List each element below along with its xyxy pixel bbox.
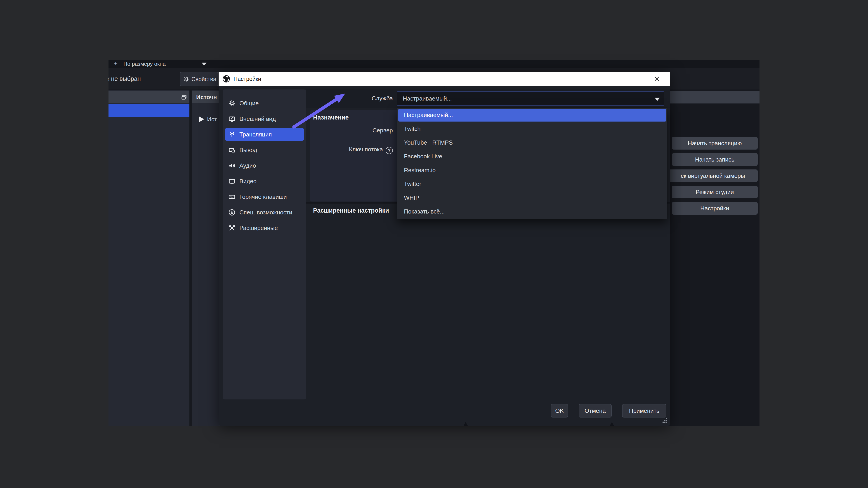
- keyboard-icon: [228, 193, 235, 200]
- nav-label: Внешний вид: [239, 116, 276, 123]
- nav-label: Вывод: [239, 147, 257, 154]
- gear-icon: [183, 76, 189, 82]
- stream-key-label-row: Ключ потока?: [334, 143, 393, 156]
- properties-button[interactable]: Свойства: [180, 72, 218, 86]
- combobox-separator: [651, 94, 651, 103]
- dropdown-item-whip[interactable]: WHIP: [397, 191, 668, 205]
- dropdown-item-twitter[interactable]: Twitter: [397, 177, 668, 191]
- zoom-mode-label[interactable]: По размеру окна: [123, 60, 166, 68]
- dropdown-item-facebook-live[interactable]: Facebook Live: [397, 150, 668, 163]
- properties-button-label: Свойства: [191, 76, 216, 83]
- monitor-icon: [228, 178, 235, 185]
- studio-mode-button[interactable]: Режим студии: [672, 186, 758, 198]
- nav-label: Видео: [239, 178, 256, 185]
- destination-header: Назначение: [313, 114, 349, 121]
- dialog-titlebar[interactable]: Настройки: [219, 72, 670, 86]
- nav-label: Трансляция: [239, 131, 272, 138]
- nav-item-appearance[interactable]: Внешний вид: [225, 112, 304, 125]
- nav-label: Спец. возможности: [239, 209, 292, 216]
- source-status-text: к не выбран: [108, 68, 141, 90]
- screenshot-canvas: + По размеру окна к не выбран Свойства: [0, 0, 868, 488]
- scenes-panel-header: [108, 91, 189, 103]
- dropdown-item-show-all[interactable]: Показать всё...: [397, 205, 668, 219]
- add-tab-button[interactable]: +: [112, 60, 120, 68]
- obs-logo-icon: [222, 75, 230, 83]
- close-icon[interactable]: [653, 75, 660, 82]
- nav-item-hotkeys[interactable]: Горячие клавиши: [225, 191, 304, 203]
- service-label: Служба: [348, 89, 393, 108]
- nav-item-stream[interactable]: Трансляция: [225, 128, 304, 141]
- preview-tab-bar: + По размеру окна: [108, 60, 760, 68]
- stream-key-label: Ключ потока: [349, 146, 383, 153]
- start-streaming-button[interactable]: Начать трансляцию: [672, 137, 758, 150]
- resize-grip-icon[interactable]: [662, 418, 668, 423]
- dropdown-item-custom[interactable]: Настраиваемый...: [398, 109, 666, 122]
- nav-item-audio[interactable]: Аудио: [225, 159, 304, 172]
- nav-item-accessibility[interactable]: Спец. возможности: [225, 206, 304, 219]
- dropdown-item-twitch[interactable]: Twitch: [397, 122, 668, 136]
- nav-label: Аудио: [239, 162, 256, 169]
- output-icon: [228, 147, 235, 153]
- chevron-down-icon: [655, 98, 660, 101]
- dropdown-item-youtube-rtmps[interactable]: YouTube - RTMPS: [397, 136, 668, 150]
- settings-nav: Общие Внешний вид: [223, 90, 306, 399]
- server-label: Сервер: [348, 124, 393, 137]
- nav-item-output[interactable]: Вывод: [225, 144, 304, 156]
- tools-icon: [228, 225, 235, 231]
- nav-item-general[interactable]: Общие: [225, 97, 304, 109]
- accessibility-icon: [228, 209, 235, 216]
- cancel-button[interactable]: Отмена: [579, 404, 612, 418]
- controls-dock: Начать трансляцию Начать запись ск вирту…: [670, 90, 760, 426]
- apply-button[interactable]: Применить: [622, 404, 666, 418]
- nav-label: Расширенные: [239, 225, 278, 232]
- scene-list-selected-row[interactable]: [108, 104, 189, 117]
- sources-panel-title: Источн: [196, 91, 217, 103]
- cursor-artifact: [464, 422, 468, 426]
- settings-button[interactable]: Настройки: [672, 202, 758, 215]
- scenes-panel: [108, 90, 189, 426]
- advanced-settings-header: Расширенные настройки: [313, 207, 389, 214]
- nav-label: Общие: [239, 100, 259, 107]
- service-combobox-value: Настраиваемый...: [403, 95, 452, 102]
- source-item-label: Ист: [207, 113, 217, 126]
- ok-button[interactable]: OK: [551, 404, 568, 418]
- nav-item-video[interactable]: Видео: [225, 175, 304, 188]
- controls-dock-header: [670, 91, 760, 103]
- speaker-icon: [228, 162, 235, 169]
- play-icon: [198, 116, 204, 123]
- chevron-down-icon[interactable]: [202, 63, 207, 66]
- dropdown-item-restream[interactable]: Restream.io: [397, 163, 668, 177]
- start-recording-button[interactable]: Начать запись: [672, 153, 758, 166]
- cursor-artifact: [610, 422, 614, 426]
- appearance-icon: [228, 116, 235, 122]
- broadcast-icon: [228, 131, 235, 138]
- service-combobox[interactable]: Настраиваемый...: [397, 91, 664, 106]
- help-icon[interactable]: ?: [385, 147, 393, 154]
- service-dropdown-popup: Настраиваемый... Twitch YouTube - RTMPS …: [397, 107, 667, 219]
- nav-item-advanced[interactable]: Расширенные: [225, 222, 304, 234]
- nav-label: Горячие клавиши: [239, 193, 287, 200]
- dialog-title: Настройки: [234, 76, 261, 82]
- gear-icon: [228, 100, 235, 107]
- cascade-windows-icon[interactable]: [181, 94, 187, 101]
